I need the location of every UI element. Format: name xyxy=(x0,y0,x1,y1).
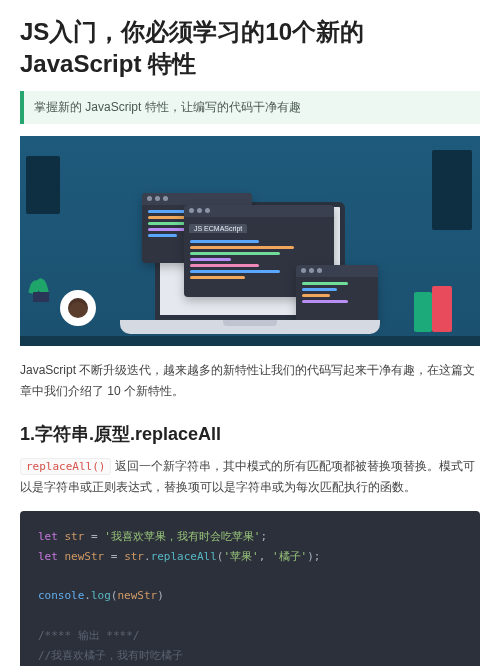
code-block: let str = '我喜欢苹果，我有时会吃苹果'; let newStr = … xyxy=(20,511,480,666)
bg-shape xyxy=(26,156,60,214)
coffee-cup-decor xyxy=(60,290,96,326)
laptop-illustration: JS ECMAScript xyxy=(120,202,380,334)
intro-paragraph: JavaScript 不断升级迭代，越来越多的新特性让我们的代码写起来干净有趣，… xyxy=(20,360,480,402)
section-1-heading: 1.字符串.原型.replaceAll xyxy=(20,422,480,446)
book-decor xyxy=(432,286,452,332)
plant-decor xyxy=(30,276,52,302)
inline-code: replaceAll() xyxy=(20,458,111,475)
page-title: JS入门，你必须学习的10个新的JavaScript 特性 xyxy=(20,16,480,81)
section-1-paragraph: replaceAll() 返回一个新字符串，其中模式的所有匹配项都被替换项替换。… xyxy=(20,456,480,499)
hero-illustration: JS ECMAScript xyxy=(20,136,480,346)
callout-quote: 掌握新的 JavaScript 特性，让编写的代码干净有趣 xyxy=(20,91,480,124)
desk-decor xyxy=(20,336,480,346)
bg-shape xyxy=(432,150,472,230)
code-window-title: JS ECMAScript xyxy=(189,224,247,233)
book-decor xyxy=(414,292,432,332)
